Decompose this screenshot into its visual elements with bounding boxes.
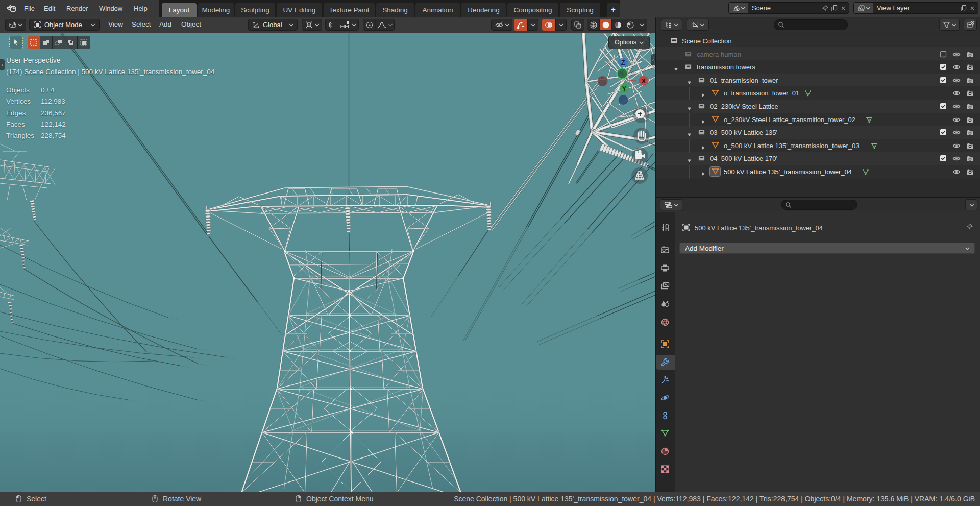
svg-text:Y: Y (622, 85, 627, 92)
svg-text:Z: Z (621, 59, 625, 66)
svg-text:X: X (642, 78, 646, 85)
